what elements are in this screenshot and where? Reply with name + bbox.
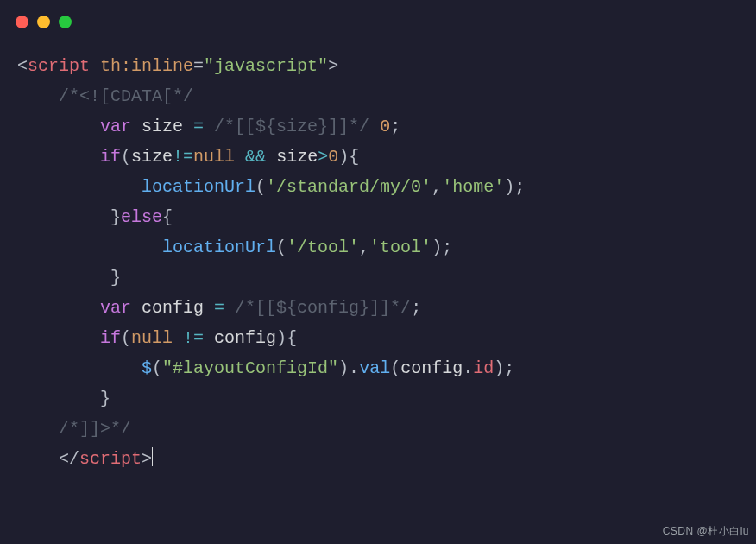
code-token: if bbox=[100, 328, 121, 348]
window-titlebar bbox=[0, 0, 756, 35]
code-token: ( bbox=[276, 237, 287, 257]
code-token: val bbox=[359, 358, 390, 378]
code-token: && bbox=[245, 147, 266, 167]
code-line: var config = /*[[${config}]]*/; bbox=[17, 293, 739, 323]
code-line: /*<![CDATA[*/ bbox=[17, 81, 739, 111]
code-token: '/standard/my/0' bbox=[266, 177, 432, 197]
code-token: ). bbox=[338, 358, 359, 378]
code-line: <script th:inline="javascript"> bbox=[17, 51, 739, 81]
code-token: config bbox=[131, 298, 214, 318]
code-token: } bbox=[110, 207, 121, 227]
code-token: > bbox=[318, 147, 328, 167]
zoom-icon[interactable] bbox=[59, 16, 72, 28]
code-token: config bbox=[204, 328, 276, 348]
code-token: ){ bbox=[276, 328, 297, 348]
code-token: ); bbox=[432, 237, 452, 257]
code-token: 0 bbox=[328, 147, 338, 167]
code-line: /*]]>*/ bbox=[17, 414, 739, 444]
code-token: /*[[${size}]]*/ bbox=[214, 117, 369, 136]
code-token: ; bbox=[411, 298, 421, 318]
code-line: if(size!=null && size>0){ bbox=[17, 142, 739, 172]
code-token: "#layoutConfigId" bbox=[162, 358, 338, 378]
code-token: if bbox=[100, 147, 121, 167]
code-token bbox=[173, 328, 183, 348]
code-token: , bbox=[359, 237, 369, 257]
code-token: var bbox=[100, 298, 131, 318]
text-cursor bbox=[152, 447, 153, 466]
code-line: locationUrl('/standard/my/0','home'); bbox=[17, 172, 739, 202]
code-token: ( bbox=[121, 328, 131, 348]
code-token: '/tool' bbox=[287, 237, 359, 257]
code-token: < bbox=[17, 56, 28, 76]
code-token: </ bbox=[59, 449, 79, 469]
code-token: script bbox=[28, 56, 90, 76]
code-token: } bbox=[110, 268, 121, 288]
code-token: != bbox=[173, 147, 193, 167]
watermark-text: CSDN @杜小白iu bbox=[663, 522, 749, 541]
code-token bbox=[235, 147, 245, 167]
code-token: /*<![CDATA[*/ bbox=[59, 86, 193, 106]
code-line: } bbox=[17, 263, 739, 293]
code-token: else bbox=[121, 207, 162, 227]
code-line: }else{ bbox=[17, 202, 739, 232]
code-token: > bbox=[328, 56, 338, 76]
code-token: } bbox=[100, 389, 110, 408]
code-token bbox=[90, 56, 100, 76]
code-token: null bbox=[193, 147, 235, 167]
code-token: /*]]>*/ bbox=[59, 419, 131, 439]
code-line: </script> bbox=[17, 444, 739, 474]
code-token: var bbox=[100, 117, 131, 136]
close-icon[interactable] bbox=[16, 16, 28, 28]
code-line: locationUrl('/tool','tool'); bbox=[17, 232, 739, 263]
code-token: "javascript" bbox=[204, 56, 328, 76]
code-token: = bbox=[193, 56, 204, 76]
code-line: $("#layoutConfigId").val(config.id); bbox=[17, 353, 739, 383]
code-line: if(null != config){ bbox=[17, 323, 739, 353]
code-token: script bbox=[79, 449, 142, 469]
code-token: = bbox=[193, 117, 204, 136]
code-token: ( bbox=[390, 358, 400, 378]
code-token: config bbox=[400, 358, 463, 378]
code-token: ; bbox=[390, 117, 400, 136]
code-token: = bbox=[214, 298, 224, 318]
code-token: size bbox=[266, 147, 318, 167]
code-token: locationUrl bbox=[162, 237, 276, 257]
code-token: /*[[${config}]]*/ bbox=[235, 298, 411, 318]
code-token: , bbox=[432, 177, 442, 197]
code-token: id bbox=[473, 358, 494, 378]
code-editor[interactable]: <script th:inline="javascript"> /*<![CDA… bbox=[0, 35, 756, 474]
code-token bbox=[224, 298, 235, 318]
code-token: locationUrl bbox=[142, 177, 255, 197]
code-token: $ bbox=[142, 358, 152, 378]
code-token: > bbox=[142, 449, 152, 469]
code-token: ){ bbox=[338, 147, 359, 167]
code-token: ( bbox=[255, 177, 266, 197]
code-token: size bbox=[131, 117, 193, 136]
code-line: var size = /*[[${size}]]*/ 0; bbox=[17, 111, 739, 142]
code-token: th:inline bbox=[100, 56, 193, 76]
code-token: != bbox=[183, 328, 204, 348]
code-line: } bbox=[17, 383, 739, 414]
code-token: 0 bbox=[380, 117, 390, 136]
code-token: ( bbox=[152, 358, 162, 378]
code-token: 'tool' bbox=[369, 237, 432, 257]
minimize-icon[interactable] bbox=[37, 16, 50, 28]
code-token: null bbox=[131, 328, 173, 348]
code-token: ); bbox=[494, 358, 514, 378]
code-token bbox=[369, 117, 380, 136]
code-token: size bbox=[131, 147, 173, 167]
code-token: 'home' bbox=[442, 177, 504, 197]
code-token: ); bbox=[504, 177, 525, 197]
code-token: { bbox=[162, 207, 173, 227]
code-token bbox=[204, 117, 214, 136]
code-token: . bbox=[463, 358, 473, 378]
code-token: ( bbox=[121, 147, 131, 167]
